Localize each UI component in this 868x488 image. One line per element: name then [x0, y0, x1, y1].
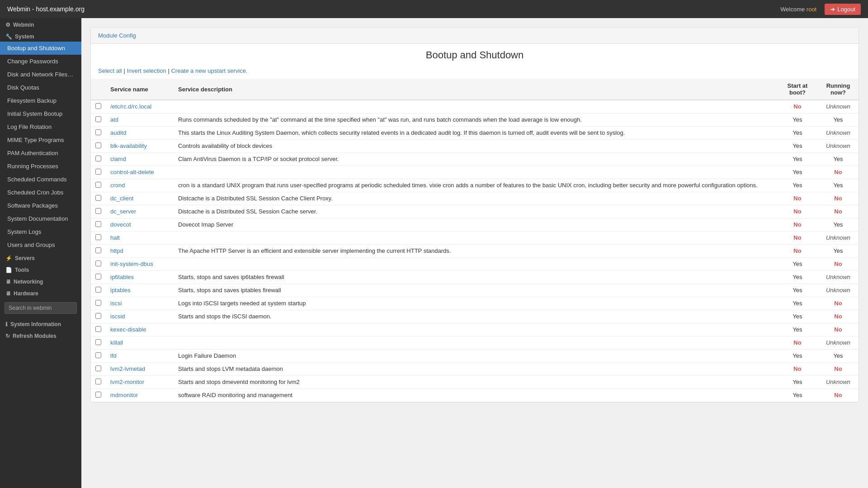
service-name-link[interactable]: httpd	[110, 247, 123, 254]
sidebar-item-system-logs[interactable]: System Logs	[0, 225, 81, 238]
row-checkbox[interactable]	[95, 365, 101, 371]
sidebar-item-scheduled-commands[interactable]: Scheduled Commands	[0, 173, 81, 186]
running-status: Unknown	[826, 339, 850, 346]
sidebar-section-hardware[interactable]: 🖥 Hardware	[0, 287, 81, 298]
sidebar-item-pam-authentication[interactable]: PAM Authentication	[0, 147, 81, 160]
row-checkbox[interactable]	[95, 234, 101, 240]
sidebar-item-running-processes[interactable]: Running Processes	[0, 160, 81, 173]
running-status: No	[834, 261, 842, 267]
sidebar-item-system-documentation[interactable]: System Documentation	[0, 212, 81, 225]
row-checkbox[interactable]	[95, 169, 101, 175]
header-service-name: Service name	[106, 79, 174, 100]
service-name-link[interactable]: lvm2-lvmetad	[110, 365, 145, 372]
create-new-link[interactable]: Create a new upstart service.	[171, 67, 247, 74]
service-name-link[interactable]: dc_client	[110, 195, 133, 202]
sidebar-section-tools[interactable]: 📄 Tools	[0, 263, 81, 275]
row-checkbox[interactable]	[95, 352, 101, 358]
service-name-link[interactable]: clamd	[110, 156, 126, 162]
row-checkbox[interactable]	[95, 221, 101, 227]
row-checkbox[interactable]	[95, 339, 101, 345]
service-name-cell: init-system-dbus	[106, 258, 174, 271]
service-name-link[interactable]: dc_server	[110, 208, 136, 215]
row-checkbox[interactable]	[95, 208, 101, 214]
table-row: mdmonitorsoftware RAID monitoring and ma…	[91, 389, 859, 402]
row-checkbox[interactable]	[95, 326, 101, 332]
module-config-link[interactable]: Module Config	[98, 32, 136, 39]
sidebar-item-initial-system-bootup[interactable]: Initial System Bootup	[0, 107, 81, 120]
service-running-cell: No	[818, 205, 859, 218]
row-checkbox[interactable]	[95, 156, 101, 161]
row-checkbox[interactable]	[95, 261, 101, 266]
service-name-link[interactable]: crond	[110, 182, 125, 189]
service-boot-cell: No	[777, 363, 818, 376]
sidebar-item-filesystem-backup[interactable]: Filesystem Backup	[0, 94, 81, 107]
row-checkbox[interactable]	[95, 274, 101, 280]
service-running-cell: No	[818, 363, 859, 376]
service-name-link[interactable]: dovecot	[110, 221, 131, 228]
service-desc-cell: This starts the Linux Auditing System Da…	[174, 127, 777, 140]
sidebar-item-bootup-shutdown[interactable]: Bootup and Shutdown	[0, 42, 81, 55]
row-checkbox[interactable]	[95, 116, 101, 122]
username-link[interactable]: root	[807, 6, 816, 13]
boot-status: Yes	[793, 287, 802, 294]
service-name-link[interactable]: lfd	[110, 352, 117, 359]
sidebar-item-change-passwords[interactable]: Change Passwords	[0, 55, 81, 68]
service-name-link[interactable]: kexec-disable	[110, 326, 146, 333]
row-checkbox[interactable]	[95, 142, 101, 148]
service-name-link[interactable]: iscsi	[110, 300, 122, 307]
sidebar-section-networking[interactable]: 🖥 Networking	[0, 275, 81, 287]
sidebar-item-scheduled-cron-jobs[interactable]: Scheduled Cron Jobs	[0, 186, 81, 199]
row-checkbox[interactable]	[95, 392, 101, 398]
service-name-link[interactable]: lvm2-monitor	[110, 379, 144, 385]
table-row: httpdThe Apache HTTP Server is an effici…	[91, 245, 859, 258]
header-service-desc: Service description	[174, 79, 777, 100]
row-checkbox[interactable]	[95, 300, 101, 306]
service-name-link[interactable]: halt	[110, 234, 120, 241]
running-status: Unknown	[826, 142, 850, 149]
service-name-cell: dc_client	[106, 192, 174, 205]
service-name-cell: iscsi	[106, 297, 174, 310]
info-icon: ℹ	[5, 321, 8, 327]
system-items-list: Bootup and ShutdownChange PasswordsDisk …	[0, 42, 81, 251]
sidebar-item-users-and-groups[interactable]: Users and Groups	[0, 238, 81, 251]
sidebar-item-system-information[interactable]: ℹ System Information	[0, 317, 81, 329]
row-checkbox[interactable]	[95, 129, 101, 135]
sidebar-section-webmin[interactable]: ⚙ Webmin	[0, 18, 81, 30]
table-row: lfdLogin Failure DaemonYesYes	[91, 350, 859, 363]
sidebar-section-servers[interactable]: ⚡ Servers	[0, 251, 81, 263]
boot-status: Yes	[793, 156, 802, 162]
service-name-link[interactable]: auditd	[110, 129, 126, 136]
service-name-link[interactable]: ip6tables	[110, 274, 134, 280]
service-name-link[interactable]: control-alt-delete	[110, 169, 154, 175]
row-checkbox[interactable]	[95, 247, 101, 253]
search-input[interactable]	[5, 302, 77, 314]
service-name-link[interactable]: blk-availability	[110, 142, 147, 149]
row-checkbox[interactable]	[95, 182, 101, 188]
boot-status: No	[793, 103, 801, 110]
service-name-link[interactable]: /etc/rc.d/rc.local	[110, 103, 151, 110]
sidebar-item-log-file-rotation[interactable]: Log File Rotation	[0, 120, 81, 133]
sidebar-section-system[interactable]: 🔧 System	[0, 30, 81, 42]
invert-selection-link[interactable]: Invert selection	[127, 67, 166, 74]
sidebar-item-disk-quotas[interactable]: Disk Quotas	[0, 81, 81, 94]
table-row: init-system-dbusYesNo	[91, 258, 859, 271]
service-name-link[interactable]: iscsid	[110, 313, 125, 320]
sidebar-item-mime-type-programs[interactable]: MIME Type Programs	[0, 133, 81, 147]
sidebar-item-refresh-modules[interactable]: ↻ Refresh Modules	[0, 329, 81, 341]
service-name-link[interactable]: atd	[110, 116, 118, 123]
logout-button[interactable]: ➜ Logout	[825, 4, 861, 15]
service-running-cell: Yes	[818, 153, 859, 166]
row-checkbox[interactable]	[95, 313, 101, 319]
row-checkbox[interactable]	[95, 103, 101, 109]
service-name-link[interactable]: mdmonitor	[110, 392, 138, 398]
service-name-link[interactable]: killall	[110, 339, 123, 346]
row-checkbox[interactable]	[95, 379, 101, 384]
service-name-link[interactable]: iptables	[110, 287, 131, 294]
service-name-link[interactable]: init-system-dbus	[110, 261, 153, 267]
row-checkbox[interactable]	[95, 195, 101, 201]
select-all-link[interactable]: Select all	[98, 67, 122, 74]
table-row: lvm2-lvmetadStarts and stops LVM metadat…	[91, 363, 859, 376]
sidebar-item-software-packages[interactable]: Software Packages	[0, 199, 81, 212]
sidebar-item-disk-network-filesystems[interactable]: Disk and Network Filesystems	[0, 68, 81, 81]
row-checkbox[interactable]	[95, 287, 101, 293]
